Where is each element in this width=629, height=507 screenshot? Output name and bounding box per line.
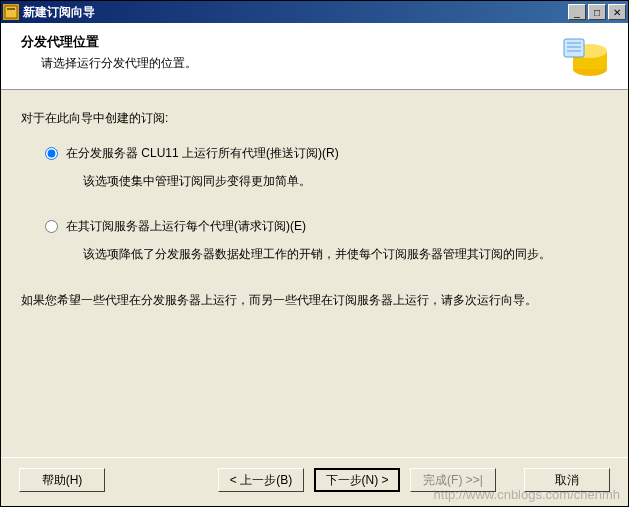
option-push: 在分发服务器 CLU11 上运行所有代理(推送订阅)(R) 该选项使集中管理订阅… xyxy=(45,145,608,190)
window-title: 新建订阅向导 xyxy=(23,4,568,21)
header-title: 分发代理位置 xyxy=(21,33,560,51)
maximize-button[interactable]: □ xyxy=(588,4,606,20)
titlebar: 新建订阅向导 _ □ ✕ xyxy=(1,1,628,23)
finish-button: 完成(F) >>| xyxy=(410,468,496,492)
option-pull-label: 在其订阅服务器上运行每个代理(请求订阅)(E) xyxy=(66,218,306,235)
header-subtitle: 请选择运行分发代理的位置。 xyxy=(21,55,560,72)
option-pull: 在其订阅服务器上运行每个代理(请求订阅)(E) 该选项降低了分发服务器数据处理工… xyxy=(45,218,608,263)
back-button[interactable]: < 上一步(B) xyxy=(218,468,304,492)
minimize-button[interactable]: _ xyxy=(568,4,586,20)
wizard-window: 新建订阅向导 _ □ ✕ 分发代理位置 请选择运行分发代理的位置。 对于在此向导… xyxy=(0,0,629,507)
option-push-label: 在分发服务器 CLU11 上运行所有代理(推送订阅)(R) xyxy=(66,145,339,162)
intro-text: 对于在此向导中创建的订阅: xyxy=(21,110,608,127)
window-controls: _ □ ✕ xyxy=(568,4,626,20)
app-icon xyxy=(3,4,19,20)
option-push-radio[interactable] xyxy=(45,147,58,160)
close-button[interactable]: ✕ xyxy=(608,4,626,20)
button-bar: 帮助(H) < 上一步(B) 下一步(N) > 完成(F) >>| 取消 htt… xyxy=(1,457,628,506)
footer-note: 如果您希望一些代理在分发服务器上运行，而另一些代理在订阅服务器上运行，请多次运行… xyxy=(21,291,608,310)
svg-rect-0 xyxy=(5,6,17,18)
option-push-row[interactable]: 在分发服务器 CLU11 上运行所有代理(推送订阅)(R) xyxy=(45,145,608,162)
wizard-content: 对于在此向导中创建的订阅: 在分发服务器 CLU11 上运行所有代理(推送订阅)… xyxy=(1,90,628,457)
radio-group: 在分发服务器 CLU11 上运行所有代理(推送订阅)(R) 该选项使集中管理订阅… xyxy=(21,145,608,263)
option-pull-desc: 该选项降低了分发服务器数据处理工作的开销，并使每个订阅服务器管理其订阅的同步。 xyxy=(45,245,608,263)
wizard-header: 分发代理位置 请选择运行分发代理的位置。 xyxy=(1,23,628,90)
header-text: 分发代理位置 请选择运行分发代理的位置。 xyxy=(21,33,560,81)
option-pull-radio[interactable] xyxy=(45,220,58,233)
svg-rect-5 xyxy=(564,39,584,57)
wizard-icon xyxy=(560,33,608,81)
help-button[interactable]: 帮助(H) xyxy=(19,468,105,492)
next-button[interactable]: 下一步(N) > xyxy=(314,468,400,492)
cancel-button[interactable]: 取消 xyxy=(524,468,610,492)
svg-rect-1 xyxy=(7,8,15,10)
option-pull-row[interactable]: 在其订阅服务器上运行每个代理(请求订阅)(E) xyxy=(45,218,608,235)
option-push-desc: 该选项使集中管理订阅同步变得更加简单。 xyxy=(45,172,608,190)
